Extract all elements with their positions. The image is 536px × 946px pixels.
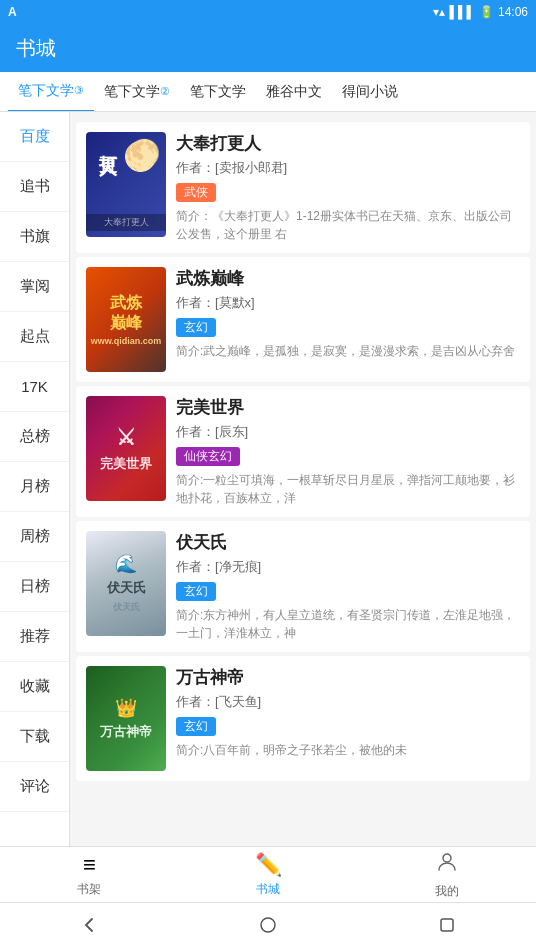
nav-bookstore-label: 书城 [256, 881, 280, 898]
book-info-5: 万古神帝 作者：[飞天鱼] 玄幻 简介:八百年前，明帝之子张若尘，被他的未 [176, 666, 520, 771]
svg-point-0 [443, 854, 451, 862]
sidebar-item-17k[interactable]: 17K [0, 362, 69, 412]
book-title: 武炼巅峰 [176, 267, 520, 290]
sidebar: 百度 追书 书旗 掌阅 起点 17K 总榜 月榜 周榜 日榜 推荐 [0, 112, 70, 846]
sidebar-item-zhoubang[interactable]: 周榜 [0, 512, 69, 562]
book-tag: 玄幻 [176, 582, 216, 601]
content-area: 百度 追书 书旗 掌阅 起点 17K 总榜 月榜 周榜 日榜 推荐 [0, 112, 536, 846]
sidebar-item-zhangyue[interactable]: 掌阅 [0, 262, 69, 312]
bookshelf-icon: ≡ [83, 852, 96, 878]
sys-nav [0, 902, 536, 946]
book-cover-5: 👑 万古神帝 [86, 666, 166, 771]
back-button[interactable] [71, 907, 107, 943]
book-title: 大奉打更人 [176, 132, 520, 155]
app-title: 书城 [16, 35, 56, 62]
sidebar-item-yuebang[interactable]: 月榜 [0, 462, 69, 512]
book-tag: 玄幻 [176, 318, 216, 337]
sidebar-item-zhuishu[interactable]: 追书 [0, 162, 69, 212]
tab-bixia1[interactable]: 笔下文学 [180, 72, 256, 112]
nav-bookshelf-label: 书架 [77, 881, 101, 898]
list-item[interactable]: 👑 万古神帝 万古神帝 作者：[飞天鱼] 玄幻 简介:八百年前，明帝之子张若尘，… [76, 656, 530, 781]
book-info-1: 大奉打更人 作者：[卖报小郎君] 武侠 简介：《大奉打更人》1-12册实体书已在… [176, 132, 520, 243]
list-item[interactable]: ⚔ 完美世界 完美世界 作者：[辰东] 仙侠玄幻 简介:一粒尘可填海，一根草斩尽… [76, 386, 530, 517]
book-info-2: 武炼巅峰 作者：[莫默x] 玄幻 简介:武之巅峰，是孤独，是寂寞，是漫漫求索，是… [176, 267, 520, 372]
list-item[interactable]: 🌕 打更人 大奉打更人 大奉打更人 作者：[卖报小郎君] 武侠 简介：《大奉打更… [76, 122, 530, 253]
book-cover-3: ⚔ 完美世界 [86, 396, 166, 501]
book-title: 万古神帝 [176, 666, 520, 689]
tab-yagu[interactable]: 雅谷中文 [256, 72, 332, 112]
status-bar: A ▾▴ ▌▌▌ 🔋 14:06 [0, 0, 536, 24]
sidebar-item-shuqi[interactable]: 书旗 [0, 212, 69, 262]
book-cover-4: 🌊 伏天氏 伏天氏 [86, 531, 166, 636]
category-tabs: 笔下文学③ 笔下文学② 笔下文学 雅谷中文 得间小说 [0, 72, 536, 112]
sidebar-item-shoucang[interactable]: 收藏 [0, 662, 69, 712]
bookstore-icon: ✏️ [255, 852, 282, 878]
app-bar: 书城 [0, 24, 536, 72]
book-info-4: 伏天氏 作者：[净无痕] 玄幻 简介:东方神州，有人皇立道统，有圣贤宗门传道，左… [176, 531, 520, 642]
sidebar-item-xiazai[interactable]: 下载 [0, 712, 69, 762]
book-author: 作者：[飞天鱼] [176, 693, 520, 711]
book-desc: 简介:武之巅峰，是孤独，是寂寞，是漫漫求索，是吉凶从心弃舍 [176, 342, 520, 360]
book-author: 作者：[卖报小郎君] [176, 159, 520, 177]
book-tag: 武侠 [176, 183, 216, 202]
sidebar-item-baidu[interactable]: 百度 [0, 112, 69, 162]
book-author: 作者：[莫默x] [176, 294, 520, 312]
nav-profile[interactable]: 我的 [357, 847, 536, 902]
tab-dejian[interactable]: 得间小说 [332, 72, 408, 112]
nav-profile-label: 我的 [435, 883, 459, 900]
book-cover-2: 武炼巅峰 www.qidian.com [86, 267, 166, 372]
sidebar-item-ribang[interactable]: 日榜 [0, 562, 69, 612]
battery-icon: 🔋 [479, 5, 494, 19]
signal-icon: ▌▌▌ [449, 5, 475, 19]
book-author: 作者：[净无痕] [176, 558, 520, 576]
sidebar-item-qidian[interactable]: 起点 [0, 312, 69, 362]
book-list: 🌕 打更人 大奉打更人 大奉打更人 作者：[卖报小郎君] 武侠 简介：《大奉打更… [70, 112, 536, 846]
book-author: 作者：[辰东] [176, 423, 520, 441]
book-info-3: 完美世界 作者：[辰东] 仙侠玄幻 简介:一粒尘可填海，一根草斩尽日月星辰，弹指… [176, 396, 520, 507]
sidebar-item-zongbang[interactable]: 总榜 [0, 412, 69, 462]
svg-point-1 [261, 918, 275, 932]
book-cover-1: 🌕 打更人 大奉打更人 [86, 132, 166, 237]
tab-bixia2[interactable]: 笔下文学② [94, 72, 180, 112]
book-title: 伏天氏 [176, 531, 520, 554]
nav-bookstore[interactable]: ✏️ 书城 [179, 847, 358, 902]
tab-bixia3[interactable]: 笔下文学③ [8, 72, 94, 112]
profile-icon [435, 850, 459, 880]
book-desc: 简介:东方神州，有人皇立道统，有圣贤宗门传道，左淮足地强，一土门，洋淮林立，神 [176, 606, 520, 642]
book-tag: 玄幻 [176, 717, 216, 736]
recent-button[interactable] [429, 907, 465, 943]
list-item[interactable]: 武炼巅峰 www.qidian.com 武炼巅峰 作者：[莫默x] 玄幻 简介:… [76, 257, 530, 382]
book-desc: 简介:八百年前，明帝之子张若尘，被他的未 [176, 741, 520, 759]
time-display: 14:06 [498, 5, 528, 19]
list-item[interactable]: 🌊 伏天氏 伏天氏 伏天氏 作者：[净无痕] 玄幻 简介:东方神州，有人皇立道统… [76, 521, 530, 652]
home-button[interactable] [250, 907, 286, 943]
book-desc: 简介:一粒尘可填海，一根草斩尽日月星辰，弹指河工颠地要，衫地扑花，百族林立，洋 [176, 471, 520, 507]
book-desc: 简介：《大奉打更人》1-12册实体书已在天猫、京东、出版公司公发售，这个册里 右 [176, 207, 520, 243]
sidebar-item-pinglun[interactable]: 评论 [0, 762, 69, 812]
status-app-icon: A [8, 5, 17, 19]
bottom-nav: ≡ 书架 ✏️ 书城 我的 [0, 846, 536, 902]
nav-bookshelf[interactable]: ≡ 书架 [0, 847, 179, 902]
sidebar-item-tuijian[interactable]: 推荐 [0, 612, 69, 662]
book-tag: 仙侠玄幻 [176, 447, 240, 466]
wifi-icon: ▾▴ [433, 5, 445, 19]
svg-rect-2 [441, 919, 453, 931]
book-title: 完美世界 [176, 396, 520, 419]
status-right: ▾▴ ▌▌▌ 🔋 14:06 [433, 5, 528, 19]
